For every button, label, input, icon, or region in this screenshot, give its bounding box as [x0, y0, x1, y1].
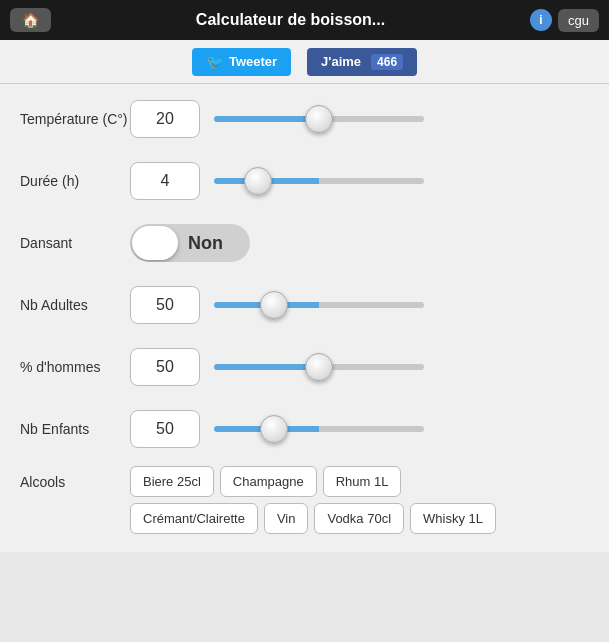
alcool-whisky[interactable]: Whisky 1L	[410, 503, 496, 534]
alcools-row-1: Biere 25cl Champagne Rhum 1L	[130, 466, 496, 497]
nb-enfants-label: Nb Enfants	[20, 420, 130, 438]
top-bar: 🏠 Calculateur de boisson... i cgu	[0, 0, 609, 40]
alcool-vin[interactable]: Vin	[264, 503, 309, 534]
alcool-rhum[interactable]: Rhum 1L	[323, 466, 402, 497]
duree-row: Durée (h)	[20, 156, 589, 206]
alcools-grid: Biere 25cl Champagne Rhum 1L Crémant/Cla…	[130, 466, 496, 534]
alcools-label: Alcools	[20, 466, 130, 490]
info-button[interactable]: i	[530, 9, 552, 31]
dansant-toggle[interactable]: Non	[130, 224, 250, 262]
nb-adultes-slider[interactable]	[214, 302, 424, 308]
like-label: J'aime	[321, 54, 361, 69]
alcools-row: Alcools Biere 25cl Champagne Rhum 1L Cré…	[20, 466, 589, 534]
duree-label: Durée (h)	[20, 172, 130, 190]
main-content: Température (C°) Durée (h) Dansant Non N…	[0, 84, 609, 552]
duree-input[interactable]	[130, 162, 200, 200]
tweet-button[interactable]: Tweeter	[192, 48, 291, 76]
temperature-slider[interactable]	[214, 116, 424, 122]
temperature-input[interactable]	[130, 100, 200, 138]
nb-adultes-label: Nb Adultes	[20, 296, 130, 314]
alcool-vodka[interactable]: Vodka 70cl	[314, 503, 404, 534]
cgu-button[interactable]: cgu	[558, 9, 599, 32]
dansant-row: Dansant Non	[20, 218, 589, 268]
duree-slider[interactable]	[214, 178, 424, 184]
like-button[interactable]: J'aime 466	[307, 48, 417, 76]
nb-enfants-slider[interactable]	[214, 426, 424, 432]
pct-hommes-slider[interactable]	[214, 364, 424, 370]
temperature-row: Température (C°)	[20, 94, 589, 144]
like-count: 466	[371, 54, 403, 70]
pct-hommes-row: % d'hommes	[20, 342, 589, 392]
dansant-label: Dansant	[20, 234, 130, 252]
nb-adultes-row: Nb Adultes	[20, 280, 589, 330]
nb-enfants-input[interactable]	[130, 410, 200, 448]
social-bar: Tweeter J'aime 466	[0, 40, 609, 84]
toggle-text: Non	[188, 233, 223, 254]
alcools-row-2: Crémant/Clairette Vin Vodka 70cl Whisky …	[130, 503, 496, 534]
tweet-label: Tweeter	[229, 54, 277, 69]
alcool-champagne[interactable]: Champagne	[220, 466, 317, 497]
temperature-label: Température (C°)	[20, 110, 130, 128]
page-title: Calculateur de boisson...	[51, 11, 530, 29]
nb-adultes-input[interactable]	[130, 286, 200, 324]
pct-hommes-input[interactable]	[130, 348, 200, 386]
nb-enfants-row: Nb Enfants	[20, 404, 589, 454]
alcool-biere[interactable]: Biere 25cl	[130, 466, 214, 497]
home-button[interactable]: 🏠	[10, 8, 51, 32]
alcool-cremant[interactable]: Crémant/Clairette	[130, 503, 258, 534]
top-right-controls: i cgu	[530, 9, 599, 32]
pct-hommes-label: % d'hommes	[20, 358, 130, 376]
toggle-knob	[132, 226, 178, 260]
